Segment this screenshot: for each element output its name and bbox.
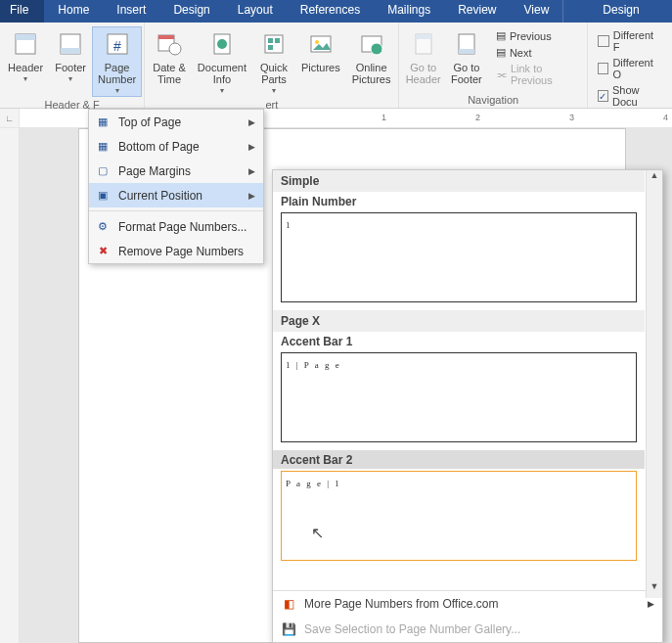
document-info-icon: [206, 28, 238, 60]
svg-rect-22: [459, 49, 474, 54]
menu-top-of-page[interactable]: ▦ Top of Page▶: [89, 110, 263, 134]
format-icon: ⚙: [95, 219, 111, 235]
svg-point-18: [371, 43, 382, 55]
ruler-tick: 4: [663, 113, 668, 122]
online-pictures-button[interactable]: Online Pictures: [346, 26, 397, 97]
office-icon: ◧: [281, 596, 296, 612]
tab-insert[interactable]: Insert: [103, 0, 159, 23]
menu-current-position[interactable]: ▣ Current Position▶: [89, 183, 263, 207]
date-time-button[interactable]: Date & Time: [147, 26, 192, 97]
gallery-item-plain-number-label: Plain Number: [273, 192, 645, 210]
gallery-save-selection: 💾 Save Selection to Page Number Gallery.…: [273, 617, 662, 642]
footer-icon: [55, 28, 86, 60]
document-info-button[interactable]: Document Info▾: [192, 26, 252, 97]
quick-parts-button[interactable]: Quick Parts▾: [252, 26, 295, 97]
gallery-scrollbar[interactable]: ▲ ▼: [646, 170, 662, 598]
gallery-item-accent-bar-2[interactable]: P a g e | 1: [281, 471, 637, 561]
gallery-item-accent-bar-1-label: Accent Bar 1: [273, 332, 645, 350]
ruler-corner: ∟: [0, 109, 20, 127]
goto-header-icon: [408, 28, 439, 60]
svg-rect-14: [268, 45, 273, 50]
chevron-right-icon: ▶: [248, 191, 255, 201]
different-first-check[interactable]: Different F: [594, 28, 666, 54]
goto-header-button[interactable]: Go to Header: [401, 26, 444, 92]
footer-button[interactable]: Footer▾: [49, 26, 92, 97]
chevron-right-icon: ▶: [248, 117, 255, 127]
tab-home[interactable]: Home: [44, 0, 103, 23]
ruler-tick: 1: [381, 113, 386, 122]
group-navigation-label: Navigation: [401, 92, 584, 108]
page-number-button[interactable]: # Page Number▾: [92, 26, 142, 97]
svg-point-16: [315, 40, 319, 44]
quick-parts-icon: [258, 28, 290, 60]
svg-rect-13: [275, 38, 280, 43]
page-number-icon: #: [102, 28, 133, 60]
vertical-ruler[interactable]: [0, 128, 20, 643]
header-button[interactable]: Header▾: [2, 26, 49, 97]
page-top-icon: ▦: [95, 115, 111, 130]
goto-footer-button[interactable]: Go to Footer: [445, 26, 488, 92]
svg-rect-3: [61, 48, 80, 54]
tab-review[interactable]: Review: [444, 0, 510, 23]
preview-text: 1: [286, 220, 292, 230]
svg-rect-12: [268, 38, 273, 43]
gallery-item-accent-bar-2-label: Accent Bar 2: [273, 450, 645, 469]
tab-design[interactable]: Design: [159, 0, 223, 23]
previous-button[interactable]: ▤Previous: [492, 28, 581, 43]
menu-remove-page-numbers[interactable]: ✖ Remove Page Numbers: [89, 239, 263, 263]
checkbox-checked-icon: ✓: [598, 90, 608, 102]
scroll-up-icon[interactable]: ▲: [647, 170, 662, 187]
menu-bottom-of-page[interactable]: ▦ Bottom of Page▶: [89, 134, 263, 159]
pictures-icon: [305, 28, 336, 60]
remove-icon: ✖: [95, 244, 111, 259]
tab-references[interactable]: References: [287, 0, 374, 23]
page-number-gallery: Simple Plain Number 1 Page X Accent Bar …: [272, 169, 663, 643]
scroll-down-icon[interactable]: ▼: [647, 581, 662, 598]
header-icon: [10, 28, 41, 60]
page-number-menu: ▦ Top of Page▶ ▦ Bottom of Page▶ ▢ Page …: [88, 109, 264, 264]
next-icon: ▤: [496, 46, 506, 59]
gallery-more-office[interactable]: ◧ More Page Numbers from Office.com ▶: [273, 591, 662, 617]
svg-rect-20: [416, 34, 431, 39]
gallery-category-simple: Simple: [273, 170, 645, 192]
ribbon-tabs: File Home Insert Design Layout Reference…: [0, 0, 672, 23]
previous-icon: ▤: [496, 29, 506, 42]
tab-file[interactable]: File: [0, 0, 44, 23]
tab-view[interactable]: View: [511, 0, 563, 23]
menu-format-page-numbers[interactable]: ⚙ Format Page Numbers...: [89, 214, 263, 239]
page-margins-icon: ▢: [95, 163, 111, 179]
svg-point-8: [169, 43, 181, 55]
chevron-right-icon: ▶: [248, 142, 255, 152]
checkbox-icon: [598, 35, 609, 47]
menu-page-margins[interactable]: ▢ Page Margins▶: [89, 159, 263, 183]
svg-rect-7: [158, 35, 174, 39]
chevron-right-icon: ▶: [648, 599, 654, 609]
next-button[interactable]: ▤Next: [492, 45, 581, 60]
goto-footer-icon: [451, 28, 482, 60]
show-document-check[interactable]: ✓Show Docu: [594, 83, 666, 109]
tab-context-design[interactable]: Design: [562, 0, 672, 23]
gallery-item-plain-number[interactable]: 1: [281, 212, 637, 302]
different-odd-check[interactable]: Different O: [594, 56, 666, 81]
page-bottom-icon: ▦: [95, 139, 111, 155]
ruler-tick: 2: [475, 113, 480, 122]
ribbon: Header▾ Footer▾ # Page Number▾ Header & …: [0, 23, 672, 109]
link-icon: ⫘: [496, 69, 507, 80]
link-previous-button[interactable]: ⫘Link to Previous: [492, 62, 581, 87]
svg-rect-11: [265, 35, 283, 53]
svg-rect-1: [16, 34, 35, 40]
save-icon: 💾: [281, 621, 296, 637]
ruler-tick: 3: [569, 113, 574, 122]
checkbox-icon: [598, 63, 609, 74]
tab-layout[interactable]: Layout: [224, 0, 287, 23]
current-position-icon: ▣: [95, 188, 111, 204]
preview-text: P a g e | 1: [286, 479, 341, 488]
pictures-button[interactable]: Pictures: [295, 26, 346, 97]
online-pictures-icon: [356, 28, 387, 60]
chevron-right-icon: ▶: [248, 166, 255, 176]
svg-text:#: #: [113, 38, 121, 54]
date-time-icon: [154, 28, 185, 60]
tab-mailings[interactable]: Mailings: [374, 0, 444, 23]
gallery-item-accent-bar-1[interactable]: 1 | P a g e: [281, 352, 637, 442]
preview-text: 1 | P a g e: [286, 360, 341, 370]
